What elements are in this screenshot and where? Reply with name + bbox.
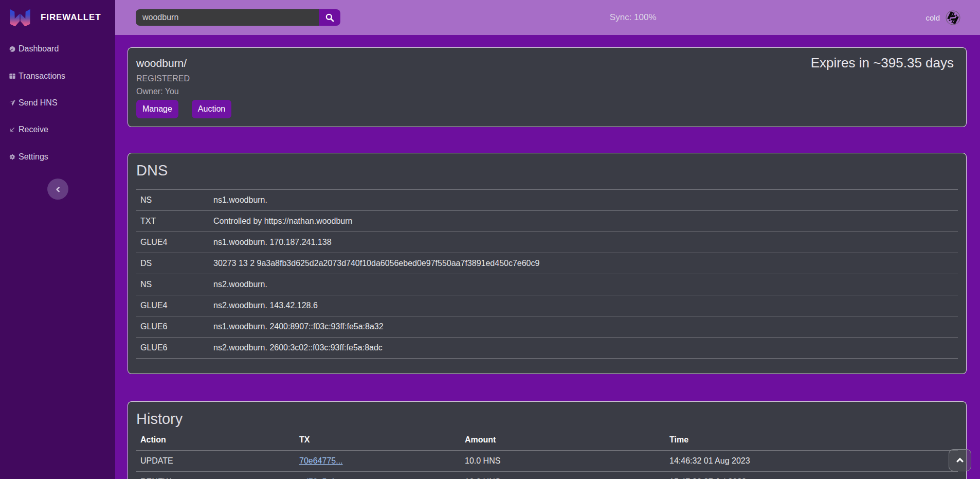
receive-arrow-icon — [9, 126, 16, 133]
domain-card: woodburn/ REGISTERED Owner: You Manage A… — [128, 47, 967, 127]
history-time: 15:47:30 27 Jul 2023 — [665, 472, 958, 479]
sync-status: Sync: 100% — [610, 12, 657, 23]
dns-record-value: 30273 13 2 9a3a8fb3d625d2a2073d740f10da6… — [209, 253, 958, 274]
dns-record-row: NS ns1.woodburn. — [136, 190, 958, 211]
domain-actions: Manage Auction — [136, 100, 958, 118]
dns-record-type: GLUE4 — [136, 295, 209, 316]
sidebar-item-label: Receive — [19, 125, 48, 134]
dns-record-value: ns2.woodburn. 143.42.128.6 — [209, 295, 958, 316]
dns-record-row: NS ns2.woodburn. — [136, 274, 958, 295]
sidebar-item-dashboard[interactable]: Dashboard — [0, 36, 115, 62]
sidebar-item-settings[interactable]: Settings — [0, 144, 115, 170]
dns-record-row: TXT Controlled by https://nathan.woodbur… — [136, 211, 958, 232]
history-table: Action TX Amount Time UPDATE 70e64775...… — [136, 430, 958, 479]
sidebar-item-transactions[interactable]: Transactions — [0, 62, 115, 89]
tx-link[interactable]: 70e64775... — [299, 456, 343, 465]
history-col-action: Action — [136, 430, 295, 451]
dns-record-type: GLUE6 — [136, 338, 209, 359]
dns-record-value: ns1.woodburn. — [209, 190, 958, 211]
dns-record-type: GLUE4 — [136, 232, 209, 253]
dns-card: DNS NS ns1.woodburn. TXT Controlled by h… — [128, 153, 967, 374]
manage-button[interactable]: Manage — [136, 100, 178, 118]
topbar-right: cold — [925, 9, 961, 26]
firewallet-logo-icon — [9, 8, 31, 27]
history-row: RENEW ad70e5c1... 10.0 HNS 15:47:30 27 J… — [136, 472, 958, 479]
sidebar-item-receive[interactable]: Receive — [0, 116, 115, 143]
domain-owner: Owner: You — [136, 85, 958, 98]
history-action: UPDATE — [136, 451, 295, 472]
dns-record-type: GLUE6 — [136, 316, 209, 338]
dashboard-gauge-icon — [9, 45, 16, 52]
search-button[interactable] — [319, 9, 340, 26]
dns-record-row: GLUE4 ns1.woodburn. 170.187.241.138 — [136, 232, 958, 253]
sidebar: FIREWALLET Dashboard Transactions — [0, 0, 115, 479]
wallet-name: cold — [925, 13, 940, 22]
auction-button[interactable]: Auction — [192, 100, 231, 118]
search-icon — [325, 13, 335, 23]
sidebar-menu: Dashboard Transactions Send HNS — [0, 36, 115, 170]
search-input[interactable] — [136, 9, 319, 26]
dns-record-type: DS — [136, 253, 209, 274]
history-row: UPDATE 70e64775... 10.0 HNS 14:46:32 01 … — [136, 451, 958, 472]
history-col-time: Time — [665, 430, 958, 451]
domain-status: REGISTERED — [136, 72, 958, 85]
history-action: RENEW — [136, 472, 295, 479]
dns-record-value: ns1.woodburn. 170.187.241.138 — [209, 232, 958, 253]
history-col-tx: TX — [295, 430, 461, 451]
history-time: 14:46:32 01 Aug 2023 — [665, 451, 958, 472]
scroll-to-top-button[interactable] — [949, 449, 971, 471]
dns-record-type: TXT — [136, 211, 209, 232]
sidebar-item-label: Transactions — [19, 72, 65, 81]
sidebar-item-label: Send HNS — [19, 98, 58, 108]
chevron-left-icon — [54, 185, 62, 193]
dns-record-value: ns1.woodburn. 2400:8907::f03c:93ff:fe5a:… — [209, 316, 958, 338]
history-amount: 10.0 HNS — [461, 472, 665, 479]
dns-record-row: GLUE6 ns2.woodburn. 2600:3c02::f03c:93ff… — [136, 338, 958, 359]
settings-gear-icon — [9, 153, 16, 161]
dns-record-value: Controlled by https://nathan.woodburn — [209, 211, 958, 232]
sidebar-item-send[interactable]: Send HNS — [0, 90, 115, 116]
history-header-row: Action TX Amount Time — [136, 430, 958, 451]
history-col-amount: Amount — [461, 430, 665, 451]
history-title: History — [136, 410, 958, 428]
dns-record-type: NS — [136, 190, 209, 211]
history-card: History Action TX Amount Time UPDATE 70e… — [128, 401, 967, 479]
dns-record-type: NS — [136, 274, 209, 295]
main-content: woodburn/ REGISTERED Owner: You Manage A… — [115, 35, 980, 479]
domain-expiry: Expires in ~395.35 days — [811, 55, 954, 71]
dns-record-value: ns2.woodburn. 2600:3c02::f03c:93ff:fe5a:… — [209, 338, 958, 359]
handshake-avatar-icon[interactable] — [945, 9, 961, 26]
search-group — [136, 9, 340, 26]
dns-record-row: GLUE6 ns1.woodburn. 2400:8907::f03c:93ff… — [136, 316, 958, 338]
sidebar-collapse-button[interactable] — [47, 179, 68, 200]
dns-record-row: DS 30273 13 2 9a3a8fb3d625d2a2073d740f10… — [136, 253, 958, 274]
sidebar-item-label: Settings — [19, 152, 48, 162]
dns-table: NS ns1.woodburn. TXT Controlled by https… — [136, 189, 958, 359]
dns-record-value: ns2.woodburn. — [209, 274, 958, 295]
brand: FIREWALLET — [0, 0, 115, 35]
brand-name: FIREWALLET — [41, 12, 101, 23]
history-amount: 10.0 HNS — [461, 451, 665, 472]
chevron-up-icon — [955, 455, 965, 466]
sidebar-item-label: Dashboard — [19, 44, 59, 54]
transactions-table-icon — [9, 73, 16, 80]
dns-record-row: GLUE4 ns2.woodburn. 143.42.128.6 — [136, 295, 958, 316]
dns-title: DNS — [136, 162, 958, 180]
topbar: Sync: 100% cold — [115, 0, 980, 35]
send-plane-icon — [9, 99, 16, 107]
